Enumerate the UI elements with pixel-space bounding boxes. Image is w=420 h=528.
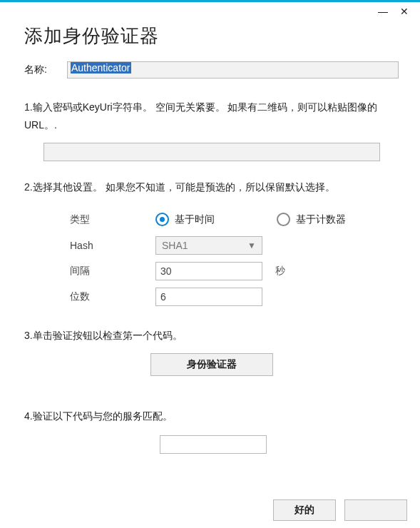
name-row: 名称: Authenticator	[24, 61, 399, 78]
interval-input[interactable]	[155, 262, 262, 280]
minimize-button[interactable]: —	[373, 4, 393, 19]
hash-row: Hash SHA1 ▼	[70, 233, 399, 258]
name-input[interactable]: Authenticator	[67, 61, 399, 78]
close-button[interactable]: ✕	[394, 4, 414, 19]
radio-counter-based[interactable]: 基于计数器	[277, 213, 398, 226]
radio-icon	[277, 213, 290, 226]
titlebar: — ✕	[0, 2, 420, 21]
radio-counter-label: 基于计数器	[296, 213, 346, 226]
dialog-footer: 好的	[265, 499, 407, 521]
radio-time-based[interactable]: 基于时间	[155, 213, 277, 226]
dialog-window: — ✕ 添加身份验证器 名称: Authenticator 1.输入密码或Key…	[0, 0, 420, 528]
step-2-text: 2.选择其他设置。 如果您不知道，可能是预选的，所以保留默认选择。	[24, 178, 399, 196]
hash-label: Hash	[70, 240, 155, 251]
name-label: 名称:	[24, 64, 67, 76]
type-row: 类型 基于时间 基于计数器	[70, 207, 399, 233]
chevron-down-icon: ▼	[247, 240, 256, 250]
content-area: 添加身份验证器 名称: Authenticator 1.输入密码或KeyUri字…	[0, 21, 420, 454]
secret-input[interactable]	[43, 143, 380, 161]
type-label: 类型	[70, 213, 155, 226]
interval-unit: 秒	[275, 265, 285, 278]
digits-input[interactable]	[155, 288, 262, 306]
hash-select[interactable]: SHA1 ▼	[155, 236, 262, 255]
cancel-button[interactable]	[344, 499, 407, 521]
interval-label: 间隔	[70, 265, 155, 278]
hash-value: SHA1	[162, 240, 188, 251]
settings-block: 类型 基于时间 基于计数器 Hash SHA1 ▼ 间隔	[70, 207, 399, 310]
radio-icon	[155, 213, 169, 226]
step-1-text: 1.输入密码或KeyUri字符串。 空间无关紧要。 如果有二维码，则可以粘贴图像…	[24, 98, 399, 134]
digits-label: 位数	[70, 290, 155, 303]
radio-time-label: 基于时间	[175, 213, 215, 226]
page-title: 添加身份验证器	[24, 24, 399, 49]
interval-row: 间隔 秒	[70, 258, 399, 284]
step-3-text: 3.单击验证按钮以检查第一个代码。	[24, 327, 399, 345]
ok-button[interactable]: 好的	[273, 499, 336, 521]
step-4-text: 4.验证以下代码与您的服务匹配。	[24, 407, 399, 425]
code-input[interactable]	[160, 435, 267, 454]
name-value-selected: Authenticator	[71, 62, 131, 73]
digits-row: 位数	[70, 284, 399, 310]
verify-button[interactable]: 身份验证器	[150, 353, 273, 376]
